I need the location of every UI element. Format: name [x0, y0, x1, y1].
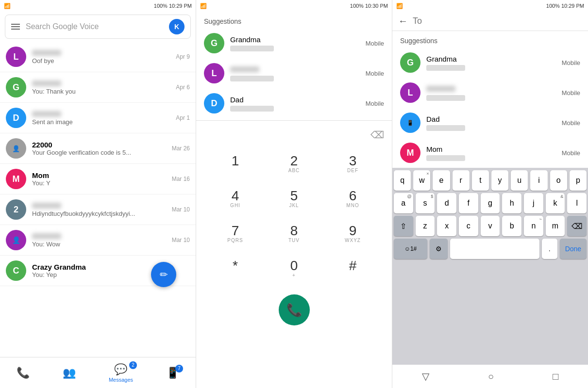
key-d[interactable]: d	[437, 193, 456, 213]
done-key[interactable]: Done	[560, 239, 587, 259]
key-x[interactable]: x	[437, 216, 456, 236]
key-b[interactable]: b	[502, 216, 521, 236]
voicemail-badge: 7	[175, 365, 183, 372]
messages-label: Messages	[109, 377, 133, 383]
time-text: 10:29 PM	[169, 3, 192, 9]
list-item[interactable]: L Mobile	[392, 78, 588, 108]
list-item[interactable]: G Grandma Mobile	[196, 28, 392, 58]
dial-key-7[interactable]: 7 PQRS	[206, 217, 265, 252]
contact-name	[32, 202, 168, 210]
contact-name: Mom	[32, 171, 168, 179]
contact-name	[230, 65, 366, 74]
period-key[interactable]: .	[542, 239, 557, 259]
contact-name	[32, 49, 172, 57]
call-button[interactable]: 📞	[279, 294, 310, 325]
key-v[interactable]: v	[481, 216, 500, 236]
dial-key-5[interactable]: 5 JKL	[265, 182, 323, 217]
dial-key-4[interactable]: 4 GHI	[206, 182, 265, 217]
table-row[interactable]: L Oof bye Apr 9	[0, 42, 196, 72]
battery-text-2: 100%	[350, 3, 364, 9]
panel-dialpad: 📶 100% 10:30 PM Suggestions G Grandma Mo…	[196, 0, 392, 388]
contact-name	[32, 232, 168, 241]
table-row[interactable]: G You: Thank you Apr 6	[0, 72, 196, 103]
key-y[interactable]: y	[491, 170, 508, 191]
battery-text-3: 100%	[546, 3, 560, 9]
recent-nav-icon[interactable]: □	[553, 371, 558, 382]
key-u[interactable]: u	[511, 170, 528, 191]
key-o[interactable]: o	[550, 170, 567, 191]
key-g[interactable]: g	[481, 193, 500, 213]
key-j[interactable]: j	[524, 193, 543, 213]
home-nav-icon[interactable]: ○	[488, 371, 494, 382]
dial-key-hash[interactable]: #	[323, 252, 382, 287]
dial-key-8[interactable]: 8 TUV	[265, 217, 323, 252]
nav-item-voicemail[interactable]: 📱 7	[166, 367, 179, 379]
table-row[interactable]: 👤 22000 Your Google verification code is…	[0, 133, 196, 164]
table-row[interactable]: D Sent an image Apr 1	[0, 103, 196, 133]
to-bar: ←	[392, 12, 588, 31]
search-input[interactable]: Search Google Voice	[26, 22, 163, 31]
table-row[interactable]: 2 Hdiyndtucyfbuokdyyykcykfctjskdyyi... M…	[0, 194, 196, 225]
user-avatar[interactable]: K	[169, 19, 185, 34]
key-e[interactable]: e	[433, 170, 450, 191]
avatar: G	[204, 33, 224, 53]
battery-text: 100%	[154, 3, 168, 9]
key-n[interactable]: n~	[524, 216, 543, 236]
phone-number	[230, 76, 274, 81]
shift-key[interactable]: ⇧	[394, 216, 413, 236]
key-s[interactable]: s$	[416, 193, 435, 213]
contact-name	[32, 80, 172, 88]
table-row[interactable]: M Mom You: Y Mar 16	[0, 164, 196, 194]
list-item[interactable]: G Grandma Mobile	[392, 48, 588, 78]
status-icons-right-3: 100% 10:29 PM	[546, 3, 584, 9]
key-w[interactable]: w×	[413, 170, 430, 191]
key-q[interactable]: q	[394, 170, 411, 191]
back-button[interactable]: ←	[398, 16, 408, 27]
contact-type: Mobile	[366, 100, 384, 107]
dial-key-0[interactable]: 0 +	[265, 252, 323, 287]
message-preview: Oof bye	[32, 57, 172, 65]
key-z[interactable]: z	[416, 216, 435, 236]
list-item[interactable]: 📱 Dad Mobile	[392, 108, 588, 138]
key-t[interactable]: t	[472, 170, 489, 191]
status-icons-left: 📶	[4, 3, 11, 9]
key-f[interactable]: f	[459, 193, 478, 213]
back-nav-icon[interactable]: ▽	[422, 371, 429, 382]
key-l[interactable]: l	[567, 193, 587, 213]
phone-number	[426, 65, 465, 71]
key-a[interactable]: a@	[394, 193, 413, 213]
nav-item-messages[interactable]: 💬 2 Messages	[109, 363, 133, 383]
settings-key[interactable]: ⚙	[430, 239, 448, 259]
compose-fab[interactable]: ✏	[151, 262, 176, 287]
key-i[interactable]: i	[530, 170, 547, 191]
hamburger-menu[interactable]	[11, 24, 20, 30]
nav-item-phone[interactable]: 📞	[17, 367, 30, 379]
dial-key-1[interactable]: 1	[206, 147, 265, 182]
emoji-key[interactable]: ☺1#	[394, 239, 427, 259]
contact-type: Mobile	[562, 89, 580, 97]
to-input[interactable]	[413, 16, 582, 26]
dial-key-3[interactable]: 3 DEF	[323, 147, 382, 182]
space-key[interactable]	[450, 239, 539, 259]
backspace-button[interactable]: ⌫	[370, 129, 384, 141]
key-h[interactable]: h	[502, 193, 521, 213]
key-c[interactable]: c	[459, 216, 478, 236]
conv-content: You: Thank you	[32, 80, 172, 95]
table-row[interactable]: 👤 You: Wow Mar 10	[0, 225, 196, 256]
search-bar[interactable]: Search Google Voice K	[5, 15, 191, 39]
key-r[interactable]: r	[453, 170, 470, 191]
dial-key-2[interactable]: 2 ABC	[265, 147, 323, 182]
dial-key-6[interactable]: 6 MNO	[323, 182, 382, 217]
contact-type: Mobile	[366, 70, 384, 77]
key-k[interactable]: k&	[546, 193, 565, 213]
list-item[interactable]: D Dad Mobile	[196, 88, 392, 118]
backspace-key[interactable]: ⌫	[567, 216, 587, 236]
key-p[interactable]: p	[570, 170, 587, 191]
list-item[interactable]: M Mom Mobile	[392, 138, 588, 168]
dialpad: 1 2 ABC 3 DEF 4 GHI 5 JKL 6 MNO 7 PQRS 8	[196, 147, 392, 287]
nav-item-contacts[interactable]: 👥	[63, 367, 76, 379]
dial-key-star[interactable]: *	[206, 252, 265, 287]
dial-key-9[interactable]: 9 WXYZ	[323, 217, 382, 252]
list-item[interactable]: L Mobile	[196, 58, 392, 88]
key-m[interactable]: m	[546, 216, 565, 236]
